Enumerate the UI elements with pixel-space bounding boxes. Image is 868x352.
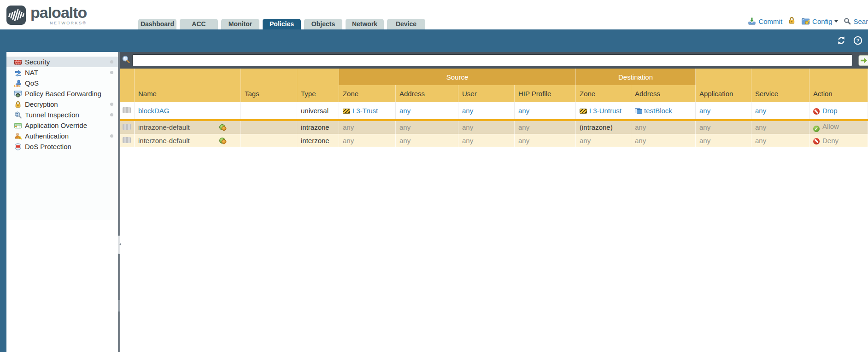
service-cell: any: [751, 134, 809, 147]
column-header-number: [120, 85, 134, 102]
user-cell: any: [458, 134, 514, 147]
dst-address-link[interactable]: testBlock: [644, 107, 672, 115]
service-cell: any: [751, 102, 809, 119]
config-label: Config: [812, 17, 832, 25]
brand-tagline: NETWORKS®: [30, 21, 87, 25]
config-icon: [801, 17, 810, 26]
paloalto-logo-icon: [6, 6, 26, 25]
svg-text:QoS: QoS: [14, 84, 21, 87]
rule-number-redacted: [123, 107, 131, 113]
table-column-header-row: Name Tags Type Zone Address User HIP Pro…: [120, 85, 868, 102]
tab-objects[interactable]: Objects: [304, 19, 342, 29]
sidebar-item-application-override[interactable]: Application Override: [6, 120, 118, 131]
column-header-type[interactable]: Type: [297, 85, 339, 102]
src-zone-link[interactable]: L3-Trust: [352, 107, 378, 115]
paloalto-logo: paloalto NETWORKS®: [6, 5, 87, 25]
application-cell: any: [696, 102, 751, 119]
sidebar-item-decryption[interactable]: Decryption: [6, 99, 118, 110]
tab-device[interactable]: Device: [387, 19, 425, 29]
column-header-dst-address[interactable]: Address: [631, 85, 695, 102]
refresh-icon[interactable]: [837, 36, 846, 47]
tab-policies[interactable]: Policies: [263, 19, 301, 29]
column-header-hip-profile[interactable]: HIP Profile: [514, 85, 575, 102]
application-link[interactable]: any: [699, 107, 710, 115]
status-dot: [110, 103, 113, 106]
rule-name[interactable]: intrazone-default: [138, 123, 190, 131]
search-button[interactable]: Search: [844, 17, 868, 25]
commit-icon: [748, 17, 756, 25]
help-icon[interactable]: ?: [853, 36, 862, 47]
column-header-tags[interactable]: Tags: [240, 85, 297, 102]
sidebar-item-label: Authentication: [25, 132, 69, 140]
search-icon: [844, 17, 851, 25]
column-header-src-zone[interactable]: Zone: [339, 85, 395, 102]
user-cell: any: [458, 102, 514, 119]
top-right-links: Commit Config Search: [748, 17, 868, 26]
action-label: Allow: [822, 122, 839, 130]
column-header-dst-zone[interactable]: Zone: [575, 85, 631, 102]
policy-filter-input[interactable]: [132, 54, 852, 66]
sidebar-item-nat[interactable]: NAT: [6, 67, 118, 78]
column-header-service[interactable]: Service: [751, 85, 809, 102]
sidebar-item-label: NAT: [25, 69, 38, 76]
sidebar-item-policy-based-forwarding[interactable]: Policy Based Forwarding: [6, 88, 118, 99]
sidebar-item-qos[interactable]: QoS QoS: [6, 78, 118, 88]
tab-network[interactable]: Network: [346, 19, 384, 29]
sidebar-item-security[interactable]: Security: [6, 57, 118, 67]
apply-filter-button[interactable]: [858, 55, 868, 66]
lock-icon[interactable]: [788, 17, 796, 26]
commit-button[interactable]: Commit: [748, 17, 782, 25]
action-cell: Deny: [809, 134, 868, 147]
status-dot: [110, 134, 113, 138]
qos-person-icon: QoS: [14, 80, 22, 87]
table-row: intrazone-default intrazone any any any …: [120, 121, 868, 134]
tab-acc[interactable]: ACC: [180, 19, 218, 29]
sidebar-item-tunnel-inspection[interactable]: Tunnel Inspection: [6, 110, 118, 120]
column-header-user[interactable]: User: [458, 85, 514, 102]
sidebar-item-label: Tunnel Inspection: [25, 111, 79, 119]
config-menu[interactable]: Config: [801, 17, 838, 26]
action-cell: ✓Allow: [809, 121, 868, 134]
type-cell: universal: [297, 102, 339, 119]
sidebar-item-label: QoS: [25, 79, 39, 87]
dst-zone-cell: (intrazone): [575, 121, 631, 134]
sidebar-item-dos-protection[interactable]: DoS Protection: [6, 141, 118, 152]
dst-address-cell: any: [631, 121, 695, 134]
type-cell: interzone: [297, 134, 339, 147]
nat-arrows-icon: [14, 69, 22, 76]
authentication-user-key-icon: [14, 133, 22, 140]
column-header-application[interactable]: Application: [696, 85, 751, 102]
column-header-name[interactable]: Name: [134, 85, 240, 102]
deny-icon: [813, 138, 820, 144]
rule-name-link[interactable]: blockDAG: [138, 107, 170, 115]
tab-monitor[interactable]: Monitor: [221, 19, 259, 29]
column-header-src-address[interactable]: Address: [395, 85, 458, 102]
rule-number-redacted: [123, 137, 131, 143]
tags-cell: [240, 134, 297, 147]
dst-address-cell: testBlock: [631, 102, 695, 119]
address-group-icon: [635, 108, 642, 114]
source-group-header: Source: [339, 69, 575, 85]
src-address-link[interactable]: any: [399, 107, 411, 115]
column-header-action[interactable]: Action: [809, 85, 868, 102]
teal-header-band: ?: [0, 29, 868, 52]
filter-search-icon: [122, 55, 130, 66]
sidebar-item-authentication[interactable]: Authentication: [6, 131, 118, 141]
tab-dashboard[interactable]: Dashboard: [138, 19, 176, 29]
tunnel-inspection-magnifier-icon: [14, 111, 22, 119]
hip-profile-link[interactable]: any: [518, 107, 529, 115]
action-label: Deny: [822, 137, 839, 144]
rule-name[interactable]: interzone-default: [138, 137, 190, 144]
commit-label: Commit: [758, 17, 782, 25]
dst-zone-link[interactable]: L3-Untrust: [589, 107, 622, 115]
default-rule-gear-icon: [219, 124, 226, 131]
main-panel: Source Destination Name Tags Type Zone A…: [120, 52, 868, 352]
action-link[interactable]: Drop: [822, 107, 838, 115]
svg-text:?: ?: [856, 38, 860, 43]
dst-address-cell: any: [631, 134, 695, 147]
user-link[interactable]: any: [462, 107, 473, 115]
apply-filter-arrow-icon: [858, 55, 868, 66]
service-link[interactable]: any: [755, 107, 766, 115]
destination-group-header: Destination: [575, 69, 695, 85]
decryption-lock-icon: [14, 101, 22, 108]
